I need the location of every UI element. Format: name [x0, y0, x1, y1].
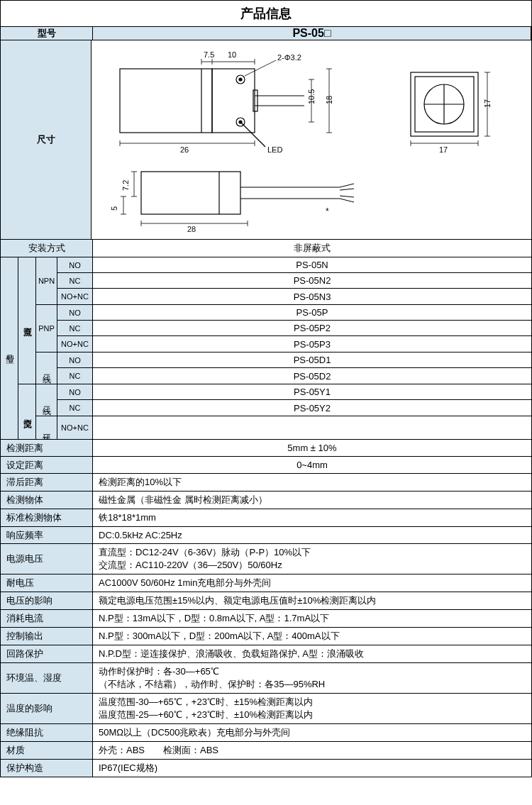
spec-value: N.P型：13mA以下，D型：0.8mA以下, A型：1.7mA以下 — [93, 610, 531, 627]
ac-2wire-label: 二线 — [36, 384, 57, 416]
svg-rect-33 — [141, 172, 240, 214]
npn-label: NPN — [36, 257, 57, 304]
svg-text:28: 28 — [187, 225, 196, 232]
spec-label: 检测物体 — [1, 492, 93, 509]
size-label: 尺寸 — [1, 40, 92, 239]
spec-value: 动作时保护时：各-30—+65℃（不结冰，不结霜），动作时、保护时：各35—95… — [93, 663, 531, 693]
ac-3wire-label: 三线 — [36, 416, 57, 439]
spec-value: 50MΩ以上（DC500兆欧表）充电部分与外壳间 — [93, 724, 531, 741]
model-npn-no: PS-05N — [93, 257, 531, 272]
svg-text:2-Φ3.2: 2-Φ3.2 — [277, 53, 301, 62]
spec-label: 电压的影响 — [1, 592, 93, 609]
dc-2wire-label: 二线 — [36, 352, 57, 384]
product-info-sheet: 产品信息 型号 PS-05□ 尺寸 — [0, 0, 532, 777]
model-value: PS-05□ — [93, 27, 531, 40]
spec-label: 材质 — [1, 742, 93, 759]
spec-row: 电压的影响额定电源电压范围±15%以内、额定电源电压值时±10%检测距离以内 — [1, 592, 531, 610]
spec-label: 响应频率 — [1, 527, 93, 543]
spec-value: 铁18*18*1mm — [93, 509, 531, 526]
spec-value: N.P型：300mA以下，D型：200mA以下, A型：400mA以下 — [93, 628, 531, 645]
svg-rect-2 — [212, 69, 255, 133]
svg-rect-9 — [253, 90, 257, 111]
pnp-label: PNP — [36, 305, 57, 352]
spec-row: 检测距离5mm ± 10% — [1, 440, 531, 457]
model-pnp-nc: PS-05P2 — [93, 321, 531, 335]
svg-text:10.5: 10.5 — [307, 89, 316, 104]
spec-value: 直流型：DC12-24V（6-36V）脉动（P-P）10%以下交流型：AC110… — [93, 544, 531, 574]
svg-text:5: 5 — [110, 206, 118, 211]
model-group-label: 型号 — [1, 257, 18, 439]
spec-label: 耐电压 — [1, 574, 93, 592]
spec-value: 额定电源电压范围±15%以内、额定电源电压值时±10%检测距离以内 — [93, 592, 531, 609]
svg-text:17: 17 — [439, 145, 448, 154]
spec-label: 绝缘阻抗 — [1, 724, 93, 741]
svg-text:*: * — [326, 206, 329, 216]
model-npn-nc: PS-05N2 — [93, 273, 531, 288]
dimension-diagram: 7.5 10 2-Φ3.2 10.5 18 26 LED — [92, 40, 531, 239]
spec-label: 消耗电流 — [1, 610, 93, 627]
spec-row: 检测物体磁性金属（非磁性金 属时检测距离减小） — [1, 492, 531, 509]
spec-label: 标准检测物体 — [1, 509, 93, 526]
svg-text:7.2: 7.2 — [121, 180, 130, 191]
svg-text:7.5: 7.5 — [204, 50, 214, 59]
spec-label: 温度的影响 — [1, 694, 93, 723]
spec-row: 电源电压直流型：DC12-24V（6-36V）脉动（P-P）10%以下交流型：A… — [1, 544, 531, 574]
spec-row: 响应频率DC:0.5kHz AC:25Hz — [1, 527, 531, 544]
spec-value: 5mm ± 10% — [93, 440, 531, 456]
model-ac2-no: PS-05Y1 — [93, 384, 531, 399]
svg-rect-0 — [120, 69, 212, 133]
svg-text:10: 10 — [228, 50, 236, 59]
spec-value: N.P.D型：逆连接保护、浪涌吸收、负载短路保护, A型：浪涌吸收 — [93, 645, 531, 662]
spec-row: 绝缘阻抗50MΩ以上（DC500兆欧表）充电部分与外壳间 — [1, 724, 531, 742]
sheet-title: 产品信息 — [1, 1, 531, 27]
spec-value: DC:0.5kHz AC:25Hz — [93, 527, 531, 543]
spec-row: 材质外壳：ABS 检测面：ABS — [1, 742, 531, 760]
spec-value: 外壳：ABS 检测面：ABS — [93, 742, 531, 759]
spec-value: 0~4mm — [93, 457, 531, 473]
spec-row: 耐电压AC1000V 50/60Hz 1min充电部分与外壳间 — [1, 574, 531, 592]
spec-row: 环境温、湿度动作时保护时：各-30—+65℃（不结冰，不结霜），动作时、保护时：… — [1, 663, 531, 694]
spec-row: 控制输出N.P型：300mA以下，D型：200mA以下, A型：400mA以下 — [1, 628, 531, 645]
model-pnp-no: PS-05P — [93, 305, 531, 320]
model-npn-nonc: PS-05N3 — [93, 289, 531, 304]
spec-row: 回路保护N.P.D型：逆连接保护、浪涌吸收、负载短路保护, A型：浪涌吸收 — [1, 645, 531, 663]
spec-value: 检测距离的10%以下 — [93, 474, 531, 491]
spec-label: 滞后距离 — [1, 474, 93, 491]
spec-label: 控制输出 — [1, 628, 93, 645]
install-value: 非屏蔽式 — [93, 240, 531, 257]
spec-value: 磁性金属（非磁性金 属时检测距离减小） — [93, 492, 531, 509]
spec-value: 温度范围-30—+65℃，+23℃时、±15%检测距离以内温度范围-25—+60… — [93, 694, 531, 723]
model-dc2-nc: PS-05D2 — [93, 368, 531, 384]
spec-row: 滞后距离检测距离的10%以下 — [1, 474, 531, 492]
spec-label: 保护构造 — [1, 760, 93, 777]
spec-row: 消耗电流N.P型：13mA以下，D型：0.8mA以下, A型：1.7mA以下 — [1, 610, 531, 628]
spec-value: AC1000V 50/60Hz 1min充电部分与外壳间 — [93, 574, 531, 592]
spec-label: 回路保护 — [1, 645, 93, 662]
ac-label: 交流型 — [18, 384, 36, 439]
model-ac2-nc: PS-05Y2 — [93, 400, 531, 416]
spec-label: 检测距离 — [1, 440, 93, 456]
svg-text:26: 26 — [180, 145, 189, 154]
specs-table: 检测距离5mm ± 10%设定距离0~4mm滞后距离检测距离的10%以下检测物体… — [1, 440, 531, 777]
model-label: 型号 — [1, 27, 93, 40]
spec-row: 标准检测物体铁18*18*1mm — [1, 509, 531, 527]
model-dc2-no: PS-05D1 — [93, 352, 531, 367]
svg-line-18 — [245, 60, 276, 76]
install-label: 安装方式 — [1, 240, 93, 257]
svg-text:LED: LED — [267, 145, 282, 154]
svg-point-5 — [239, 78, 242, 81]
spec-row: 保护构造IP67(IEC规格) — [1, 760, 531, 777]
model-pnp-nonc: PS-05P3 — [93, 336, 531, 352]
svg-text:18: 18 — [325, 96, 333, 104]
spec-label: 电源电压 — [1, 544, 93, 574]
model-ac3-nonc — [93, 416, 531, 439]
spec-row: 设定距离0~4mm — [1, 457, 531, 474]
spec-label: 环境温、湿度 — [1, 663, 93, 693]
svg-text:17: 17 — [483, 99, 492, 108]
spec-row: 温度的影响温度范围-30—+65℃，+23℃时、±15%检测距离以内温度范围-2… — [1, 694, 531, 724]
dc-label: 直流型 — [18, 257, 36, 384]
spec-value: IP67(IEC规格) — [93, 760, 531, 777]
spec-label: 设定距离 — [1, 457, 93, 473]
